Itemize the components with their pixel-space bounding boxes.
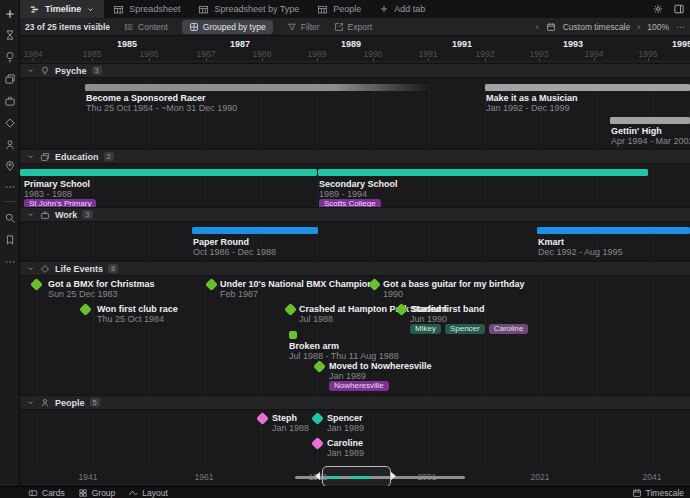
- ellipsis-icon[interactable]: [4, 181, 16, 193]
- chevron-down-icon[interactable]: [26, 210, 35, 219]
- diamond-icon: [40, 264, 50, 274]
- timescale-next-button[interactable]: ›: [637, 22, 640, 32]
- cards-icon[interactable]: [4, 73, 16, 85]
- group-header-life-events[interactable]: Life Events 8: [20, 261, 690, 276]
- grouped-by-type-button[interactable]: Grouped by type: [182, 20, 273, 34]
- group-label: Group: [92, 488, 116, 498]
- tab-spreadsheet-by-type[interactable]: Spreadsheet by Type: [189, 0, 308, 18]
- group-button[interactable]: Group: [78, 488, 116, 498]
- diamond-icon[interactable]: [4, 117, 16, 129]
- tab-label: Timeline: [45, 4, 81, 14]
- group-count-badge: 3: [92, 66, 102, 75]
- item-date: Jan 1988: [272, 423, 309, 433]
- item-date: Jul 1988: [299, 314, 333, 324]
- major-year: 1987: [230, 39, 250, 49]
- export-button[interactable]: Export: [334, 22, 373, 32]
- timeline-bar-make-it-as-a-musician[interactable]: [485, 84, 690, 91]
- timeline-bar-gettin-high[interactable]: [610, 117, 690, 124]
- event-marker-moved-to-nowheresville[interactable]: [313, 360, 326, 373]
- navigator-view-thumb[interactable]: [322, 466, 391, 487]
- timescale-prev-button[interactable]: ‹: [536, 22, 539, 32]
- add-tab-button[interactable]: Add tab: [370, 0, 434, 18]
- group-header-people[interactable]: People 5: [20, 395, 690, 410]
- group-grid-icon: [189, 22, 199, 32]
- panel-toggle-icon[interactable]: [673, 3, 685, 15]
- gear-icon[interactable]: [652, 3, 664, 15]
- item-title: Gettin' High: [611, 126, 662, 136]
- person-icon: [40, 398, 50, 408]
- major-year: 1993: [563, 39, 583, 49]
- item-tag[interactable]: Nowheresville: [329, 381, 389, 391]
- item-tag[interactable]: Mikey: [410, 324, 441, 334]
- timeline-bar-kmart[interactable]: [537, 227, 690, 234]
- chevron-down-icon[interactable]: [26, 398, 35, 407]
- content-button[interactable]: Content: [124, 22, 168, 32]
- major-year: 1995: [672, 39, 690, 49]
- timeline-bar-paper-round[interactable]: [192, 227, 318, 234]
- event-marker-bmx-champion[interactable]: [205, 278, 218, 291]
- calendar-icon: [632, 488, 642, 498]
- timeline-canvas[interactable]: Psyche 3 Become a Sponsored Racer Thu 25…: [20, 62, 690, 486]
- event-marker-first-club-race[interactable]: [79, 303, 92, 316]
- item-tags: Mikey Spencer Caroline: [410, 324, 528, 334]
- timeline-bar-primary-school[interactable]: [20, 169, 317, 176]
- items-visible-count: 23 of 25 items visible: [25, 22, 110, 32]
- layout-label: Layout: [142, 488, 168, 498]
- cards-button[interactable]: Cards: [28, 488, 65, 498]
- navigator-right-arrow-icon[interactable]: [391, 472, 396, 480]
- nav-year: 1941: [79, 472, 98, 482]
- timescale-label: Timescale: [646, 488, 684, 498]
- lightbulb-icon[interactable]: [4, 51, 16, 63]
- filter-button[interactable]: Filter: [287, 22, 320, 32]
- timeline-bar-secondary-school[interactable]: [318, 169, 648, 176]
- nav-year: 2021: [531, 472, 550, 482]
- group-name: Work: [55, 210, 77, 220]
- group-header-psyche[interactable]: Psyche 3: [20, 63, 690, 78]
- briefcase-icon[interactable]: [4, 95, 16, 107]
- bookmark-icon[interactable]: [4, 234, 16, 246]
- timeline-app-window: Timeline Spreadsheet Spreadsheet by Type…: [0, 0, 690, 498]
- custom-timescale-button[interactable]: Custom timescale: [563, 22, 631, 32]
- major-year: 1991: [452, 39, 472, 49]
- chevron-down-icon[interactable]: [26, 66, 35, 75]
- plus-icon[interactable]: [4, 8, 16, 20]
- more-options-button[interactable]: ⋯: [676, 22, 685, 32]
- timeline-bar-become-a-sponsored-racer[interactable]: [85, 84, 430, 91]
- item-title: Make it as a Musician: [486, 93, 578, 103]
- item-date: Oct 1986 - Dec 1988: [193, 247, 276, 257]
- search-icon[interactable]: [4, 212, 16, 224]
- item-tag[interactable]: Spencer: [445, 324, 485, 334]
- timescale-header[interactable]: 1985 1987 1989 1991 1993 1995 1984 1985 …: [20, 36, 690, 62]
- chevron-down-icon[interactable]: [26, 264, 35, 273]
- person-icon[interactable]: [4, 139, 16, 151]
- item-title: Caroline: [327, 438, 363, 448]
- item-title: Broken arm: [289, 341, 339, 351]
- layout-button[interactable]: Layout: [128, 488, 168, 498]
- person-marker-steph[interactable]: [256, 412, 269, 425]
- group-header-work[interactable]: Work 3: [20, 207, 690, 222]
- chevron-down-icon[interactable]: [26, 152, 35, 161]
- tab-spreadsheet[interactable]: Spreadsheet: [104, 0, 189, 18]
- item-title: Started first band: [410, 304, 485, 314]
- person-marker-spencer[interactable]: [311, 412, 324, 425]
- navigator-left-arrow-icon[interactable]: [315, 472, 320, 480]
- group-header-education[interactable]: Education 2: [20, 149, 690, 164]
- plus-icon: [379, 4, 389, 14]
- grouped-by-type-label: Grouped by type: [203, 22, 266, 32]
- pin-icon[interactable]: [4, 160, 16, 172]
- tab-timeline[interactable]: Timeline: [20, 0, 104, 18]
- item-date: Jun 1990: [410, 314, 447, 324]
- zoom-level[interactable]: 100%: [647, 22, 669, 32]
- item-title: Under 10's National BMX Champion: [220, 279, 373, 289]
- event-marker-crashed-hampton-park[interactable]: [284, 303, 297, 316]
- item-title: Won first club race: [97, 304, 178, 314]
- item-tag[interactable]: Caroline: [489, 324, 529, 334]
- event-marker-broken-arm[interactable]: [289, 331, 297, 339]
- person-marker-caroline[interactable]: [311, 437, 324, 450]
- hourglass-icon[interactable]: [4, 29, 16, 41]
- event-marker-bmx-christmas[interactable]: [30, 278, 43, 291]
- timescale-button[interactable]: Timescale: [632, 488, 684, 498]
- tab-people[interactable]: People: [308, 0, 370, 18]
- ellipsis-icon[interactable]: [4, 256, 16, 268]
- item-date: Apr 1994 - Mar 2002: [611, 136, 690, 146]
